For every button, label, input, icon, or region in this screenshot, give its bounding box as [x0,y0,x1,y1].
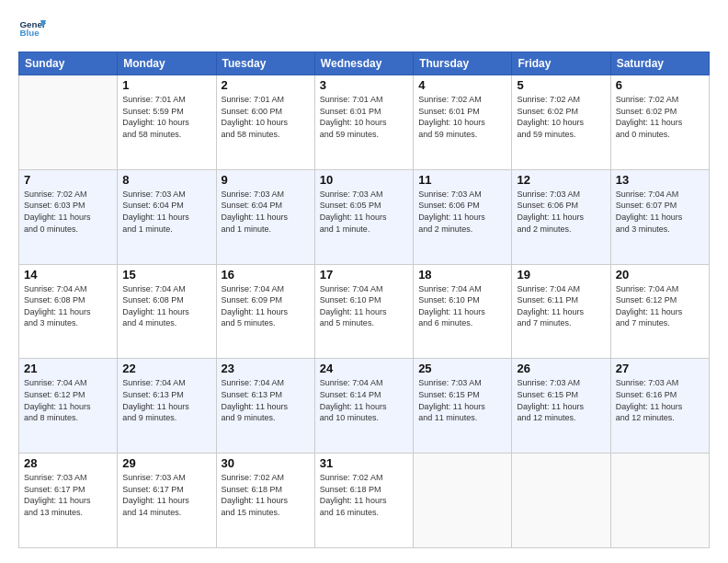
weekday-header-sunday: Sunday [19,52,118,75]
calendar-week-row: 14Sunrise: 7:04 AMSunset: 6:08 PMDayligh… [19,264,710,359]
calendar-week-row: 1Sunrise: 7:01 AMSunset: 5:59 PMDaylight… [19,75,710,170]
calendar-cell: 14Sunrise: 7:04 AMSunset: 6:08 PMDayligh… [19,264,118,359]
day-info: Sunrise: 7:02 AMSunset: 6:18 PMDaylight:… [320,472,408,518]
day-number: 26 [517,362,605,375]
day-info: Sunrise: 7:03 AMSunset: 6:17 PMDaylight:… [122,472,210,518]
day-info: Sunrise: 7:03 AMSunset: 6:06 PMDaylight:… [418,189,506,235]
day-info: Sunrise: 7:04 AMSunset: 6:12 PMDaylight:… [24,377,112,423]
weekday-header-thursday: Thursday [414,52,512,75]
day-number: 19 [517,268,605,282]
calendar-cell: 24Sunrise: 7:04 AMSunset: 6:14 PMDayligh… [314,359,413,454]
day-number: 30 [222,456,310,470]
day-number: 7 [24,173,112,187]
day-number: 14 [24,268,112,282]
day-number: 29 [122,456,210,470]
weekday-header-friday: Friday [512,52,610,75]
day-number: 23 [222,362,310,375]
day-info: Sunrise: 7:04 AMSunset: 6:10 PMDaylight:… [418,283,506,329]
weekday-header-monday: Monday [118,52,216,75]
day-info: Sunrise: 7:04 AMSunset: 6:12 PMDaylight:… [616,283,704,329]
day-number: 6 [616,78,704,92]
weekday-header-row: SundayMondayTuesdayWednesdayThursdayFrid… [19,52,710,75]
calendar-cell: 5Sunrise: 7:02 AMSunset: 6:02 PMDaylight… [512,75,610,170]
calendar-cell [610,454,709,548]
day-info: Sunrise: 7:03 AMSunset: 6:15 PMDaylight:… [418,377,506,423]
day-number: 11 [418,173,506,187]
day-info: Sunrise: 7:04 AMSunset: 6:14 PMDaylight:… [320,377,408,423]
calendar-cell [19,75,118,170]
calendar-cell: 7Sunrise: 7:02 AMSunset: 6:03 PMDaylight… [19,169,118,264]
calendar-cell: 17Sunrise: 7:04 AMSunset: 6:10 PMDayligh… [314,264,413,359]
day-number: 18 [418,268,506,282]
day-info: Sunrise: 7:01 AMSunset: 5:59 PMDaylight:… [122,94,210,140]
calendar-cell: 27Sunrise: 7:03 AMSunset: 6:16 PMDayligh… [610,359,709,454]
day-info: Sunrise: 7:04 AMSunset: 6:11 PMDaylight:… [517,283,605,329]
day-info: Sunrise: 7:02 AMSunset: 6:02 PMDaylight:… [517,94,605,140]
logo: General Blue [18,15,50,42]
day-info: Sunrise: 7:03 AMSunset: 6:05 PMDaylight:… [320,189,408,235]
calendar-cell: 8Sunrise: 7:03 AMSunset: 6:04 PMDaylight… [118,169,216,264]
day-number: 17 [320,268,408,282]
calendar-cell: 1Sunrise: 7:01 AMSunset: 5:59 PMDaylight… [118,75,216,170]
calendar-cell: 3Sunrise: 7:01 AMSunset: 6:01 PMDaylight… [314,75,413,170]
calendar-cell: 30Sunrise: 7:02 AMSunset: 6:18 PMDayligh… [216,454,314,548]
weekday-header-tuesday: Tuesday [216,52,314,75]
day-info: Sunrise: 7:04 AMSunset: 6:13 PMDaylight:… [122,377,210,423]
day-number: 31 [320,456,408,470]
day-info: Sunrise: 7:03 AMSunset: 6:04 PMDaylight:… [222,189,310,235]
calendar-cell: 10Sunrise: 7:03 AMSunset: 6:05 PMDayligh… [314,169,413,264]
day-info: Sunrise: 7:04 AMSunset: 6:10 PMDaylight:… [320,283,408,329]
day-info: Sunrise: 7:01 AMSunset: 6:00 PMDaylight:… [222,94,310,140]
calendar-cell: 2Sunrise: 7:01 AMSunset: 6:00 PMDaylight… [216,75,314,170]
day-number: 25 [418,362,506,375]
day-number: 4 [418,78,506,92]
calendar-week-row: 28Sunrise: 7:03 AMSunset: 6:17 PMDayligh… [19,454,710,548]
day-number: 21 [24,362,112,375]
day-info: Sunrise: 7:02 AMSunset: 6:01 PMDaylight:… [418,94,506,140]
day-info: Sunrise: 7:04 AMSunset: 6:09 PMDaylight:… [222,283,310,329]
day-info: Sunrise: 7:01 AMSunset: 6:01 PMDaylight:… [320,94,408,140]
calendar-cell: 26Sunrise: 7:03 AMSunset: 6:15 PMDayligh… [512,359,610,454]
day-info: Sunrise: 7:04 AMSunset: 6:07 PMDaylight:… [616,189,704,235]
general-blue-icon: General Blue [18,15,46,42]
day-info: Sunrise: 7:03 AMSunset: 6:15 PMDaylight:… [517,377,605,423]
day-number: 15 [122,268,210,282]
calendar-cell: 20Sunrise: 7:04 AMSunset: 6:12 PMDayligh… [610,264,709,359]
calendar-cell [414,454,512,548]
weekday-header-wednesday: Wednesday [314,52,413,75]
calendar-table: SundayMondayTuesdayWednesdayThursdayFrid… [18,52,710,548]
day-info: Sunrise: 7:04 AMSunset: 6:08 PMDaylight:… [122,283,210,329]
day-number: 3 [320,78,408,92]
calendar-cell: 29Sunrise: 7:03 AMSunset: 6:17 PMDayligh… [118,454,216,548]
svg-text:Blue: Blue [20,28,40,38]
day-info: Sunrise: 7:03 AMSunset: 6:16 PMDaylight:… [616,377,704,423]
day-number: 10 [320,173,408,187]
calendar-cell: 4Sunrise: 7:02 AMSunset: 6:01 PMDaylight… [414,75,512,170]
calendar-cell: 6Sunrise: 7:02 AMSunset: 6:02 PMDaylight… [610,75,709,170]
calendar-cell: 16Sunrise: 7:04 AMSunset: 6:09 PMDayligh… [216,264,314,359]
day-info: Sunrise: 7:02 AMSunset: 6:18 PMDaylight:… [222,472,310,518]
day-info: Sunrise: 7:04 AMSunset: 6:08 PMDaylight:… [24,283,112,329]
day-number: 1 [122,78,210,92]
calendar-cell: 15Sunrise: 7:04 AMSunset: 6:08 PMDayligh… [118,264,216,359]
calendar-cell: 22Sunrise: 7:04 AMSunset: 6:13 PMDayligh… [118,359,216,454]
day-number: 28 [24,456,112,470]
day-info: Sunrise: 7:03 AMSunset: 6:17 PMDaylight:… [24,472,112,518]
day-number: 12 [517,173,605,187]
calendar-cell: 28Sunrise: 7:03 AMSunset: 6:17 PMDayligh… [19,454,118,548]
calendar-cell [512,454,610,548]
day-number: 16 [222,268,310,282]
day-number: 5 [517,78,605,92]
calendar-cell: 18Sunrise: 7:04 AMSunset: 6:10 PMDayligh… [414,264,512,359]
calendar-cell: 19Sunrise: 7:04 AMSunset: 6:11 PMDayligh… [512,264,610,359]
day-number: 2 [222,78,310,92]
day-number: 9 [222,173,310,187]
calendar-cell: 13Sunrise: 7:04 AMSunset: 6:07 PMDayligh… [610,169,709,264]
day-number: 24 [320,362,408,375]
calendar-cell: 23Sunrise: 7:04 AMSunset: 6:13 PMDayligh… [216,359,314,454]
day-info: Sunrise: 7:03 AMSunset: 6:06 PMDaylight:… [517,189,605,235]
day-info: Sunrise: 7:03 AMSunset: 6:04 PMDaylight:… [122,189,210,235]
header: General Blue [18,15,710,42]
calendar-week-row: 21Sunrise: 7:04 AMSunset: 6:12 PMDayligh… [19,359,710,454]
calendar-cell: 9Sunrise: 7:03 AMSunset: 6:04 PMDaylight… [216,169,314,264]
